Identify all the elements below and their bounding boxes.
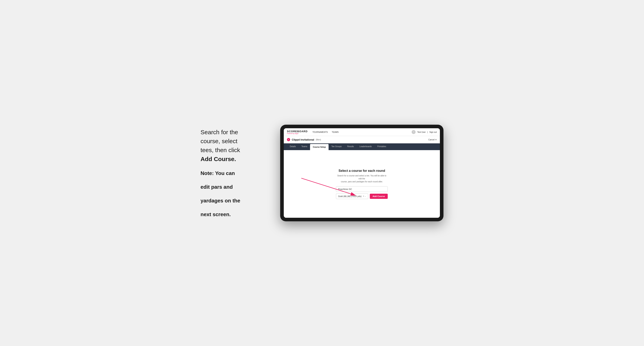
tournament-title: C Clippd Invitational (Men) (287, 138, 321, 141)
tee-select-value: Gold (M) (M) (7010 yds) (338, 195, 362, 197)
tab-results[interactable]: Results (344, 143, 357, 150)
page-container: Search for the course, select tees, then… (182, 125, 462, 221)
tab-tee-groups[interactable]: Tee Groups (328, 143, 344, 150)
instruction-panel: Search for the course, select tees, then… (200, 128, 268, 218)
tee-chevron-icon: ⌄ (364, 195, 366, 197)
tournament-header: C Clippd Invitational (Men) Cancel ✕ (284, 136, 440, 143)
add-course-button[interactable]: Add Course (370, 194, 388, 199)
course-select-subtext: Search for a course and select a tee. Yo… (336, 174, 388, 183)
instruction-text: Search for the course, select tees, then… (200, 128, 268, 164)
step-line-2: course, select (200, 137, 268, 146)
step-line-1: Search for the (200, 128, 268, 137)
logo-area: SCOREBOARD Powered by clippd (287, 130, 308, 134)
tee-clear-icon[interactable]: × (363, 195, 364, 197)
user-separator: | (427, 131, 428, 133)
top-nav: TOURNAMENTS TEAMS (312, 131, 339, 133)
step-line-bold: Add Course. (200, 155, 268, 164)
user-avatar: T (412, 130, 416, 134)
tournament-icon: C (287, 138, 290, 141)
main-content: Select a course for each round Search fo… (284, 150, 440, 218)
top-nav-left: SCOREBOARD Powered by clippd TOURNAMENTS… (287, 130, 338, 134)
tabs-nav: Details Teams Course Setup Tee Groups Re… (284, 143, 440, 150)
sign-out-link[interactable]: Sign out (429, 131, 437, 133)
tab-leaderboards[interactable]: Leaderboards (357, 143, 374, 150)
tablet-screen: SCOREBOARD Powered by clippd TOURNAMENTS… (284, 128, 440, 218)
user-area: T Test User | Sign out (412, 130, 437, 134)
user-name: Test User (417, 131, 426, 133)
nav-teams[interactable]: TEAMS (332, 131, 338, 133)
tab-printables[interactable]: Printables (374, 143, 389, 150)
note-line-3: yardages on the (200, 197, 268, 205)
tee-select-controls: × ⌄ (363, 195, 366, 197)
note-line-4: next screen. (200, 211, 268, 218)
cancel-button[interactable]: Cancel ✕ (428, 139, 437, 141)
tablet-device: SCOREBOARD Powered by clippd TOURNAMENTS… (280, 125, 444, 221)
step-line-3: tees, then click (200, 146, 268, 155)
logo-tagline: Powered by clippd (287, 133, 308, 134)
tee-select-dropdown[interactable]: Gold (M) (M) (7010 yds) × ⌄ (336, 193, 368, 199)
tournament-name: Clippd Invitational (292, 138, 314, 141)
note-text: Note: You can edit pars and yardages on … (200, 170, 268, 218)
tab-course-setup[interactable]: Course Setup (310, 144, 328, 150)
note-line-2: edit pars and (200, 183, 268, 191)
course-select-heading: Select a course for each round (338, 169, 385, 173)
course-search-input[interactable] (336, 186, 388, 192)
top-bar: SCOREBOARD Powered by clippd TOURNAMENTS… (284, 128, 440, 136)
tab-teams[interactable]: Teams (299, 143, 310, 150)
tab-details[interactable]: Details (287, 143, 299, 150)
tee-select-row: Gold (M) (M) (7010 yds) × ⌄ Add Course (336, 193, 388, 199)
nav-tournaments[interactable]: TOURNAMENTS (312, 131, 328, 133)
logo-scoreboard: SCOREBOARD (287, 130, 308, 133)
tournament-gender: (Men) (316, 139, 321, 141)
note-line-1: Note: You can (200, 170, 268, 177)
